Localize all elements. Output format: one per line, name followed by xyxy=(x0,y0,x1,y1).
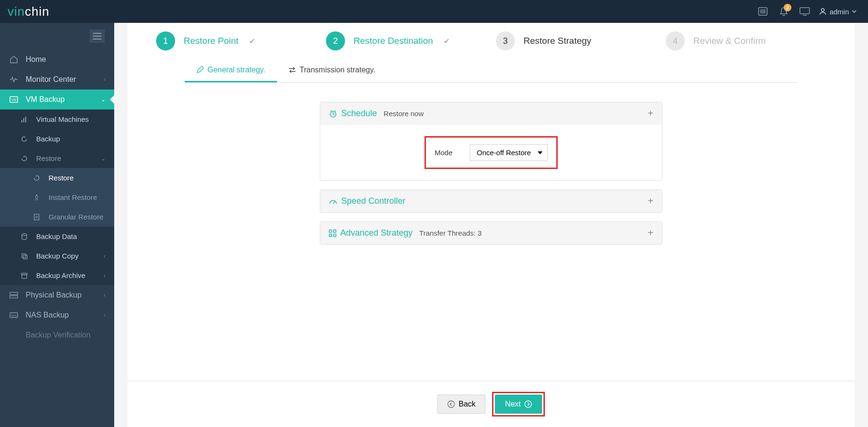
step-review-confirm[interactable]: 4 Review & Confirm xyxy=(666,31,836,50)
next-button[interactable]: Next xyxy=(495,395,542,414)
step-restore-strategy[interactable]: 3 Restore Strategy xyxy=(496,31,666,50)
tab-transmission-strategy[interactable]: Transmission strategy. xyxy=(277,59,387,82)
svg-point-30 xyxy=(525,401,532,407)
svg-rect-12 xyxy=(34,214,39,220)
nav-label: Restore xyxy=(49,174,74,182)
back-label: Back xyxy=(459,400,476,408)
server-icon xyxy=(9,292,19,298)
schedule-subtitle: Restore now xyxy=(384,109,424,118)
nav-restore-sub[interactable]: Restore xyxy=(0,168,114,188)
svg-point-14 xyxy=(22,234,27,236)
monitor-icon[interactable] xyxy=(796,3,813,20)
check-icon: ✔ xyxy=(444,37,450,46)
nav-backup-copy[interactable]: Backup Copy ‹ xyxy=(0,246,114,266)
advanced-strategy-header[interactable]: Advanced Strategy Transfer Threads: 3 + xyxy=(320,222,662,244)
nav-label: Home xyxy=(26,55,46,64)
step-label: Restore Strategy xyxy=(523,36,592,46)
schedule-panel: Schedule Restore now + Mode Once-off Res… xyxy=(320,102,662,181)
nav-label: Restore xyxy=(36,154,61,162)
next-highlight-box: Next xyxy=(492,392,545,417)
chevron-icon: ‹ xyxy=(104,253,106,259)
logo: vinchin xyxy=(8,4,49,19)
chevron-icon: ‹ xyxy=(104,272,106,279)
svg-rect-9 xyxy=(21,120,22,122)
topbar: vinchin 2 admin xyxy=(0,0,868,23)
gauge-icon xyxy=(329,198,337,205)
tab-label: Transmission strategy. xyxy=(300,66,375,74)
chevron-icon: ‹ xyxy=(104,312,106,318)
svg-rect-4 xyxy=(800,8,809,14)
tab-general-strategy[interactable]: General strategy. xyxy=(185,59,277,82)
step-restore-destination[interactable]: 2 Restore Destination ✔ xyxy=(326,31,496,50)
notification-icon[interactable]: 2 xyxy=(775,3,792,20)
nav-label: Backup Data xyxy=(36,232,77,240)
nav-backup-archive[interactable]: Backup Archive ‹ xyxy=(0,266,114,285)
svg-rect-25 xyxy=(329,230,332,232)
nav-backup-data[interactable]: Backup Data xyxy=(0,227,114,246)
chevron-down-icon: ⌄ xyxy=(101,96,106,103)
user-icon xyxy=(819,8,827,15)
nas-icon: NAS xyxy=(9,312,19,318)
chevron-down-icon: ⌄ xyxy=(101,155,106,162)
nav-label: Backup Verification xyxy=(26,331,90,339)
nav-label: NAS Backup xyxy=(26,311,69,319)
copy-icon xyxy=(19,253,30,259)
nav-label: Backup Archive xyxy=(36,271,85,279)
restore-icon xyxy=(31,175,42,181)
nav-home[interactable]: Home xyxy=(0,50,114,70)
nav-label: Instant Restore xyxy=(49,193,97,201)
svg-text:NAS: NAS xyxy=(11,314,17,317)
strategy-tabs: General strategy. Transmission strategy. xyxy=(185,59,798,83)
next-label: Next xyxy=(505,400,521,408)
step-number: 4 xyxy=(666,31,685,50)
nav-virtual-machines[interactable]: Virtual Machines xyxy=(0,109,114,129)
hamburger-icon xyxy=(89,30,105,43)
nav-nas-backup[interactable]: NAS NAS Backup ‹ xyxy=(0,305,114,325)
step-number: 1 xyxy=(156,31,175,50)
plus-icon: + xyxy=(648,196,653,207)
nav-restore[interactable]: Restore ⌄ xyxy=(0,149,114,168)
schedule-title: Schedule xyxy=(341,109,377,119)
nav-label: Monitor Center xyxy=(26,75,76,84)
main-panel: 1 Restore Point ✔ 2 Restore Destination … xyxy=(128,23,855,427)
advanced-subtitle: Transfer Threads: 3 xyxy=(419,229,482,237)
step-number: 2 xyxy=(326,31,345,50)
clock-icon xyxy=(329,109,337,118)
step-label: Restore Destination xyxy=(354,36,433,46)
nav-label: Physical Backup xyxy=(26,291,81,299)
nav-backup-verification[interactable]: Backup Verification xyxy=(0,325,114,345)
svg-rect-16 xyxy=(23,255,27,259)
step-number: 3 xyxy=(496,31,515,50)
mode-highlight-box: Mode Once-off Restore xyxy=(424,136,558,169)
nav-physical-backup[interactable]: Physical Backup ‹ xyxy=(0,285,114,305)
nav-backup[interactable]: Backup xyxy=(0,129,114,149)
user-menu[interactable]: admin xyxy=(815,8,860,16)
archive-icon xyxy=(19,272,30,279)
nav-monitor-center[interactable]: Monitor Center ‹ xyxy=(0,70,114,89)
speed-controller-header[interactable]: Speed Controller + xyxy=(320,190,662,212)
svg-rect-10 xyxy=(23,118,24,122)
nav-instant-restore[interactable]: Instant Restore xyxy=(0,188,114,207)
advanced-title: Advanced Strategy xyxy=(340,228,413,238)
nav-granular-restore[interactable]: Granular Restore xyxy=(0,207,114,227)
svg-line-24 xyxy=(333,201,335,204)
nav-label: Virtual Machines xyxy=(36,115,89,123)
nav-vm-backup[interactable]: VM VM Backup ⌄ xyxy=(0,89,114,109)
svg-rect-20 xyxy=(10,296,18,298)
logo-part1: vin xyxy=(8,4,25,19)
mode-select[interactable]: Once-off Restore xyxy=(470,144,548,161)
svg-point-6 xyxy=(821,9,824,11)
sidebar-toggle[interactable] xyxy=(0,23,114,50)
schedule-header[interactable]: Schedule Restore now + xyxy=(320,102,662,125)
step-restore-point[interactable]: 1 Restore Point ✔ xyxy=(156,31,326,50)
back-button[interactable]: Back xyxy=(437,395,486,414)
svg-rect-26 xyxy=(334,230,336,232)
nav-label: Backup xyxy=(36,135,60,143)
wizard-steps: 1 Restore Point ✔ 2 Restore Destination … xyxy=(128,23,855,59)
chevron-icon: ‹ xyxy=(104,76,106,83)
list-icon[interactable] xyxy=(754,3,771,20)
nav-label: Backup Copy xyxy=(36,252,79,260)
step-label: Restore Point xyxy=(184,36,238,46)
check-icon: ✔ xyxy=(249,37,255,46)
nav-label: Granular Restore xyxy=(49,213,103,221)
